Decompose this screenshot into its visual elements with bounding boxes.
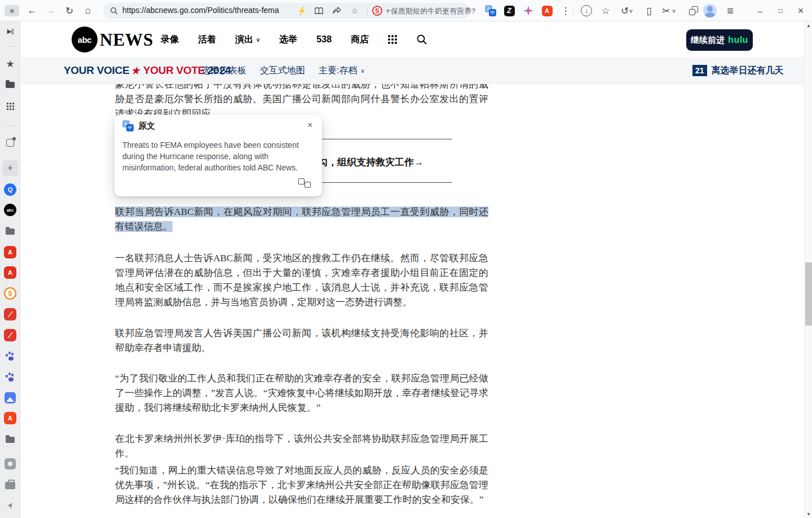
scroll-up-icon[interactable]: ▲	[805, 21, 812, 29]
more-abc-grid-icon[interactable]	[388, 35, 397, 44]
red-swoosh-app-icon[interactable]: ⁄	[2, 306, 18, 322]
browser-toolbar: ▣ ← → ↻ ⌂ https://abcnews.go.com/Politic…	[0, 0, 812, 21]
add-panel-icon[interactable]: +	[2, 160, 18, 176]
translation-popup: A中 原文 × Threats to FEMA employees have b…	[114, 115, 322, 196]
history-caret-icon[interactable]: ▾	[627, 3, 635, 19]
sidebar-divider	[5, 46, 16, 47]
extensions-menu-icon[interactable]: ⋮	[558, 3, 573, 19]
election-countdown: 21 离选举日还有几天	[692, 57, 784, 84]
related-story-link[interactable]: 勾，组织支持救灾工作→	[318, 155, 423, 170]
page-scrollbar[interactable]: ▲ ▼	[804, 21, 812, 518]
mobile-icon[interactable]: ▯	[641, 3, 657, 19]
window-close-button[interactable]: ×	[793, 3, 809, 19]
countdown-label: 离选举日还有几天	[712, 65, 784, 77]
baidu-paw-icon[interactable]	[2, 369, 18, 385]
favorites-star-icon[interactable]: ★	[2, 56, 18, 72]
article-paragraph: “我们知道，网上的重大错误信息导致了对地面反应人员的威胁，反应人员的安全必须是优…	[115, 463, 488, 507]
omnibox-divider	[367, 6, 368, 15]
abcnews-favicon[interactable]: abc	[2, 202, 18, 218]
chevron-down-icon: ∨	[256, 37, 260, 43]
site-nav: 录像 活着 演出∨ 选举 538 商店	[161, 22, 427, 57]
countdown-days: 21	[692, 65, 707, 76]
profile-avatar[interactable]	[703, 4, 717, 17]
red-a-app-icon[interactable]: A	[2, 244, 18, 260]
scrollbar-thumb[interactable]	[805, 262, 812, 326]
widget-icon[interactable]	[2, 135, 18, 151]
window-minimize-button[interactable]: –	[752, 3, 768, 19]
menu-icon[interactable]: ≡	[722, 3, 738, 19]
share-icon[interactable]	[330, 5, 343, 16]
browser-sidebar: ▶|| ★ + Q abc A A S ⁄ ⁄ A ➤	[0, 21, 20, 518]
interactive-map-link[interactable]: 交互式地图	[260, 65, 305, 77]
highlighted-paragraph[interactable]: 联邦当局告诉ABC新闻，在飓风应对期间，联邦应急管理局员工一直受到威胁，同时还有…	[115, 205, 488, 234]
tab-groups-icon[interactable]	[686, 3, 701, 19]
hulu-cta-button[interactable]: 继续前进hulu	[686, 29, 753, 51]
camera-app-icon[interactable]	[2, 456, 18, 472]
hulu-brand: hulu	[728, 35, 748, 45]
home-icon[interactable]: ⌂	[80, 3, 96, 19]
page-content: abc NEWS 录像 活着 演出∨ 选举 538 商店 继续前进hulu YO…	[21, 22, 804, 518]
primary-archive-link[interactable]: 主要:存档∨	[319, 65, 365, 77]
reader-mode-icon[interactable]	[312, 5, 325, 16]
toolbar-divider	[573, 6, 573, 16]
image-search-icon[interactable]	[2, 390, 18, 406]
chevron-down-icon: ∨	[360, 68, 364, 74]
nav-item-538[interactable]: 538	[316, 34, 332, 45]
play-pause-icon[interactable]: ▶||	[2, 23, 18, 39]
red-a-app-icon[interactable]: A	[2, 265, 18, 280]
translate-icon: A中	[122, 120, 134, 131]
search-icon	[108, 5, 120, 16]
popup-title: 原文	[138, 121, 155, 131]
nav-item-shop[interactable]: 商店	[351, 34, 369, 46]
abc-logo[interactable]: abc	[72, 27, 98, 52]
briefcase-app-icon[interactable]	[2, 476, 18, 492]
abcnews-header: abc NEWS 录像 活着 演出∨ 选举 538 商店 继续前进hulu	[21, 22, 804, 57]
nav-item-shows[interactable]: 演出∨	[235, 34, 260, 46]
nav-item-elections[interactable]: 选举	[279, 34, 297, 46]
acrobat-extension-icon[interactable]: A	[539, 3, 555, 19]
popup-original-text: Threats to FEMA employees have been cons…	[122, 139, 308, 173]
site-search-icon[interactable]	[416, 34, 427, 45]
screenshot-caret-icon[interactable]: ▾	[670, 3, 678, 19]
files-folder-icon[interactable]	[2, 77, 18, 93]
boost-icon[interactable]: ⚡	[295, 5, 308, 16]
abc-news-wordmark[interactable]: NEWS	[100, 30, 153, 50]
cursor-arrow-icon[interactable]: ➤	[0, 494, 21, 516]
forward-icon[interactable]: →	[43, 3, 59, 19]
favorites-icon[interactable]: ☆	[598, 3, 614, 19]
quark-app-icon[interactable]: Q	[2, 182, 18, 197]
url-text[interactable]: https://abcnews.go.com/Politics/threats-…	[122, 6, 279, 15]
red-swoosh-app-icon[interactable]: ⁄	[2, 327, 18, 343]
election-bar: YOUR VOICE ★ YOUR VOTE 2024 选举仪表板 交互式地图 …	[21, 57, 804, 84]
article-paragraph: 一名联邦消息人士告诉ABC新闻，受灾地区的搜救工作仍在继续。然而，尽管联邦应急管…	[115, 251, 488, 310]
popup-close-icon[interactable]: ×	[304, 119, 316, 131]
folder-app-icon[interactable]	[2, 432, 18, 447]
red-a-app-icon[interactable]: A	[2, 410, 18, 426]
workspace-icon[interactable]: ▣	[5, 5, 19, 16]
sogou-app-icon[interactable]: S	[2, 286, 18, 301]
copy-icon[interactable]	[303, 178, 315, 191]
bookmark-add-icon[interactable]: ☆	[348, 5, 361, 16]
article-paragraph: “为了我们敬业的工作人员和我们正在帮助的灾难幸存者的安全，联邦应急管理局已经做了…	[115, 371, 488, 415]
nav-item-live[interactable]: 活着	[198, 34, 216, 46]
article-paragraph: 联邦应急管理局发言人告诉美国广播公司新闻，该机构继续支持受海伦影响的社区，并帮助…	[115, 326, 488, 355]
gemini-extension-icon[interactable]	[520, 3, 536, 19]
address-bar[interactable]: https://abcnews.go.com/Politics/threats-…	[103, 3, 470, 19]
vote-star-icon: ★	[131, 65, 142, 77]
apps-grid-icon[interactable]	[2, 98, 18, 114]
z-extension-icon[interactable]: Z	[501, 3, 517, 19]
sidebar-divider	[5, 125, 16, 126]
election-dashboard-link[interactable]: 选举仪表板	[201, 65, 246, 77]
baidu-paw-icon[interactable]	[2, 348, 18, 364]
downloads-icon[interactable]: ↓	[579, 3, 594, 19]
nav-item-video[interactable]: 录像	[161, 34, 179, 46]
window-maximize-button[interactable]: □	[773, 3, 788, 19]
popup-header: A中 原文	[122, 120, 155, 131]
folder-app-icon[interactable]	[2, 223, 18, 239]
refresh-icon[interactable]: ↻	[61, 3, 77, 19]
sogou-suggest-icon[interactable]: S	[372, 6, 382, 16]
back-icon[interactable]: ←	[24, 3, 40, 19]
scroll-down-icon[interactable]: ▼	[805, 510, 812, 518]
hot-search-text[interactable]: 保质期短的牛奶更有营养?	[391, 6, 475, 16]
translate-extension-icon[interactable]: A中	[483, 3, 498, 19]
